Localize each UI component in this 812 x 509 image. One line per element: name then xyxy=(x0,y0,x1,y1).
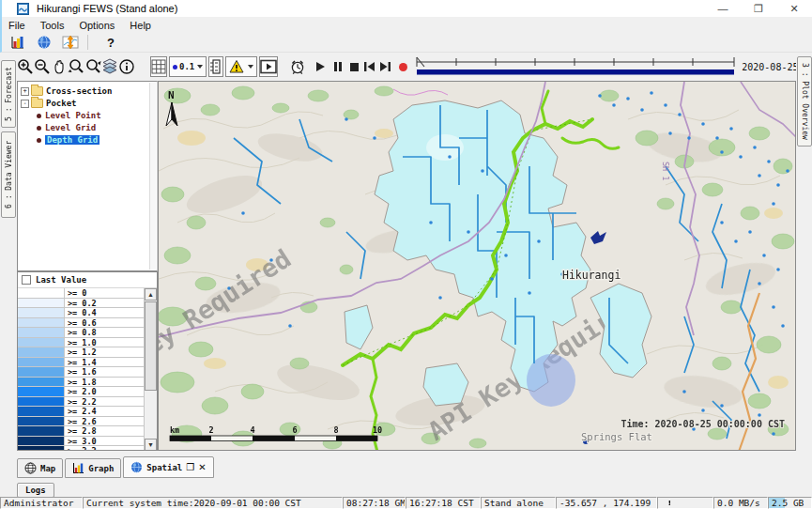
animation-panel-button[interactable] xyxy=(259,56,278,77)
zoom-in-icon[interactable] xyxy=(17,56,34,77)
record-icon[interactable] xyxy=(399,56,407,77)
timer-clock-icon[interactable] xyxy=(289,56,306,77)
toolbar-separator xyxy=(87,35,88,50)
maximize-button[interactable]: ❐ xyxy=(741,0,776,17)
status-user: Administrator xyxy=(0,497,83,509)
status-system-time: Current system time:2020-09-01 00:00 CST xyxy=(83,497,343,509)
threshold-value: 0.1 xyxy=(179,62,194,71)
minimize-button[interactable]: — xyxy=(705,0,741,17)
tab-forecast[interactable]: 5 : Forecast xyxy=(1,60,16,128)
legend-scrollbar[interactable]: ▲ ▼ xyxy=(144,288,157,451)
close-button[interactable]: ✕ xyxy=(776,0,812,17)
grid-display-button[interactable] xyxy=(150,56,167,77)
layers-icon[interactable] xyxy=(101,56,118,77)
legend-row: >= 0.6 xyxy=(18,318,144,329)
legend-header: Last Value xyxy=(18,272,157,288)
legend-swatch xyxy=(18,308,65,317)
warning-threshold-dropdown[interactable] xyxy=(225,56,257,77)
close-tab-icon[interactable]: ✕ xyxy=(198,462,206,472)
tab-graph[interactable]: Graph xyxy=(65,458,121,478)
tab-spatial[interactable]: Spatial ❐ ✕ xyxy=(123,456,213,478)
scalar-editor-icon[interactable] xyxy=(60,32,81,53)
svg-text:2: 2 xyxy=(208,425,213,435)
menu-item-file[interactable]: File xyxy=(2,19,32,32)
tree-scrollbar[interactable] xyxy=(149,83,156,270)
timeline-slider[interactable] xyxy=(415,55,736,78)
legend-row: >= 3.0 xyxy=(18,437,144,447)
menu-item-options[interactable]: Options xyxy=(72,19,121,32)
maximize-tab-icon[interactable]: ❐ xyxy=(186,462,194,472)
classify-threshold-dropdown[interactable]: 0.1 xyxy=(169,56,207,77)
title-bar: Hikurangi FEWS (Stand alone) — ❐ ✕ xyxy=(0,0,812,17)
legend-row: >= 0.2 xyxy=(18,299,144,309)
menu-item-tools[interactable]: Tools xyxy=(34,19,71,32)
tree-item-label: Level Point xyxy=(45,111,101,120)
expand-icon[interactable]: + xyxy=(21,87,29,96)
legend-swatch xyxy=(18,347,65,357)
tab-plot-overview[interactable]: 3 : Plot Overview xyxy=(797,56,812,147)
map-viewport[interactable]: API Key Required xyxy=(158,81,796,451)
pause-icon[interactable] xyxy=(332,56,344,77)
tab-map[interactable]: Map xyxy=(17,458,63,478)
zoom-next-icon[interactable] xyxy=(84,56,101,77)
class-dot-icon xyxy=(173,65,177,69)
highway-label: SH 1 xyxy=(661,162,670,180)
legend-swatch xyxy=(18,378,65,387)
menu-bar: File Tools Options Help xyxy=(0,17,812,33)
view-tab-bar: Map Graph Spatial ❐ ✕ xyxy=(17,455,796,478)
right-tab-strip: 3 : Plot Overview xyxy=(796,53,812,451)
legend-row: >= 1.2 xyxy=(18,347,144,358)
globe-icon[interactable] xyxy=(34,32,54,53)
tab-data-viewer[interactable]: 6 : Data Viewer xyxy=(1,131,16,218)
zoom-out-icon[interactable] xyxy=(34,56,51,77)
tab-label: Map xyxy=(40,464,55,473)
status-network-rate: 0.0 MB/s xyxy=(713,497,768,509)
last-value-label: Last Value xyxy=(36,275,86,285)
map-canvas: API Key Required xyxy=(159,82,796,451)
skip-to-start-icon[interactable] xyxy=(363,56,375,77)
database-chart-icon[interactable] xyxy=(8,32,28,53)
legend-swatch xyxy=(18,338,65,347)
stop-icon[interactable] xyxy=(349,56,360,77)
legend-swatch xyxy=(18,318,65,328)
menu-item-help[interactable]: Help xyxy=(123,19,158,32)
scroll-thumb[interactable] xyxy=(145,301,157,391)
tree-item-depth-grid[interactable]: Depth Grid xyxy=(35,134,157,146)
svg-text:8: 8 xyxy=(333,425,338,435)
scroll-up-icon[interactable]: ▲ xyxy=(145,288,157,301)
skip-to-end-icon[interactable] xyxy=(379,56,391,77)
svg-text:4: 4 xyxy=(250,425,254,435)
chevron-down-icon xyxy=(248,65,253,69)
bullet-icon xyxy=(37,114,41,118)
status-coordinates: -35.657 , 174.199 xyxy=(556,497,657,509)
status-warning-cell[interactable] xyxy=(657,497,713,509)
legend-row: >= 2.2 xyxy=(18,397,144,408)
tab-label: Spatial xyxy=(146,463,182,472)
status-memory[interactable]: 2.5 GB xyxy=(768,497,812,509)
tree-item-cross-section[interactable]: + Cross-section xyxy=(18,85,157,97)
info-icon[interactable] xyxy=(118,56,135,77)
gauge-label-button[interactable] xyxy=(208,56,223,77)
legend-swatch xyxy=(18,437,65,446)
legend-swatch xyxy=(18,407,65,416)
last-value-checkbox[interactable] xyxy=(22,275,31,285)
play-icon[interactable] xyxy=(314,56,327,77)
zoom-previous-icon[interactable] xyxy=(68,56,84,77)
chevron-down-icon xyxy=(197,65,203,69)
window-title: Hikurangi FEWS (Stand alone) xyxy=(37,3,177,14)
map-time-label: Time: 2020-08-25 00:00:00 CST xyxy=(620,419,785,429)
tree-item-pocket[interactable]: - Pocket xyxy=(18,98,157,109)
status-gmt-time: 08:27:18 GMT xyxy=(343,497,406,509)
tree-item-level-point[interactable]: Level Point xyxy=(35,110,157,121)
pan-hand-icon[interactable] xyxy=(51,56,68,77)
svg-text:N: N xyxy=(168,89,175,101)
scroll-down-icon[interactable]: ▼ xyxy=(145,439,157,451)
collapse-icon[interactable]: - xyxy=(21,100,29,108)
wire-globe-icon xyxy=(24,462,37,474)
legend-row: >= 1.6 xyxy=(18,367,144,378)
logs-button[interactable]: Logs xyxy=(17,483,54,498)
tree-item-level-grid[interactable]: Level Grid xyxy=(35,122,157,133)
legend-row: >= 0.8 xyxy=(18,328,144,338)
legend-row: >= 2.6 xyxy=(18,417,144,427)
help-button[interactable]: ? xyxy=(100,32,121,53)
